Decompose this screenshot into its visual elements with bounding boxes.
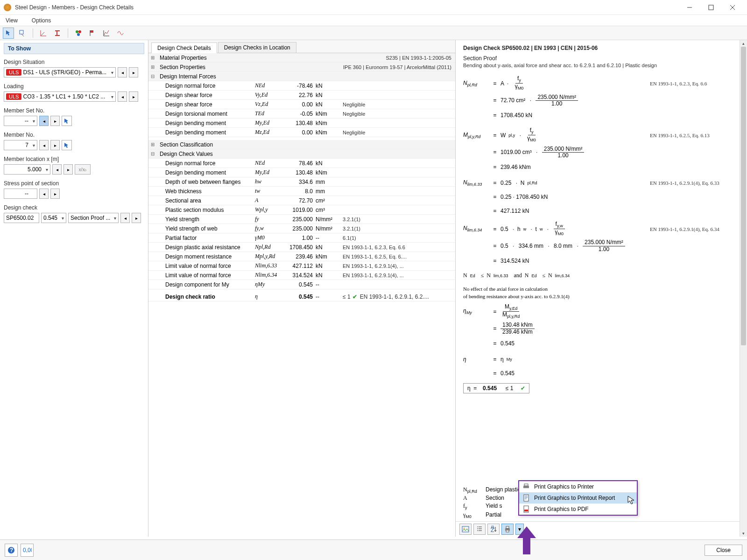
tab-details[interactable]: Design Check Details xyxy=(151,42,217,53)
print-to-report-item[interactable]: Print Graphics to Printout Report xyxy=(519,492,637,504)
uls-badge: ULS xyxy=(6,69,21,76)
close-button[interactable]: Close xyxy=(705,545,742,556)
svg-rect-16 xyxy=(506,530,509,532)
image-view-button[interactable] xyxy=(459,524,472,535)
table-row: Design component for MyηMy0.545-- xyxy=(148,280,455,289)
table-row: Design moment resistanceMpl,y,Rd239.46kN… xyxy=(148,252,455,261)
loading-combo[interactable]: ULS CO3 - 1.35 * LC1 + 1.50 * LC2 ...▾ xyxy=(4,91,116,102)
sidebar-title: To Show xyxy=(4,43,144,54)
svg-point-6 xyxy=(78,30,81,33)
table-row: Partial factorγM01.00--6.1(1) xyxy=(148,233,455,243)
next-loading-button[interactable]: ▸ xyxy=(129,91,138,102)
next-situation-button[interactable]: ▸ xyxy=(129,67,138,77)
scroll-up-icon[interactable]: ▴ xyxy=(740,40,747,47)
collapse-icon[interactable]: ⊟ xyxy=(148,74,157,79)
loading-label: Loading xyxy=(4,83,144,90)
next-stress-button[interactable]: ▸ xyxy=(50,189,60,199)
scroll-thumb[interactable] xyxy=(741,47,746,345)
scroll-down-icon[interactable]: ▾ xyxy=(740,530,747,537)
scrollbar[interactable]: ▴ ▾ xyxy=(740,40,747,537)
location-label: Member location x [m] xyxy=(4,156,144,162)
minimize-button[interactable] xyxy=(679,0,700,15)
table-row: Design bending momentMy,Ed130.48kNm xyxy=(148,119,455,128)
tool-section-icon[interactable] xyxy=(52,28,63,39)
prev-memberno-button[interactable]: ◂ xyxy=(39,140,49,150)
next-check-button[interactable]: ▸ xyxy=(132,213,141,223)
collapse-icon[interactable]: ⊟ xyxy=(148,151,157,156)
expand-icon[interactable]: ⊞ xyxy=(148,64,157,70)
tool-zoom-icon[interactable] xyxy=(17,28,28,39)
list-view-button[interactable] xyxy=(473,524,486,535)
bottom-bar: ? 0,00 Close xyxy=(0,539,747,560)
center-panel: Design Check Details Design Checks in Lo… xyxy=(148,40,456,537)
memberno-input[interactable]: 7▾ xyxy=(4,140,37,150)
pick-memberno-button[interactable] xyxy=(62,140,72,150)
menu-bar: View Options xyxy=(0,15,747,26)
maximize-button[interactable] xyxy=(700,0,722,15)
tool-wave-icon[interactable] xyxy=(115,28,126,39)
memberset-input[interactable]: --▾ xyxy=(4,116,37,126)
svg-point-5 xyxy=(76,30,78,33)
table-row: Depth of web between flangeshw334.6mm xyxy=(148,177,455,187)
table-row: Design bending momentMz,Ed0.00kNmNegligi… xyxy=(148,128,455,137)
sort-button[interactable]: AZ xyxy=(487,524,500,535)
svg-rect-19 xyxy=(524,495,529,501)
print-to-printer-item[interactable]: Print Graphics to Printer xyxy=(519,481,637,492)
svg-text:0,00: 0,00 xyxy=(23,547,32,553)
app-icon xyxy=(4,4,11,11)
stress-input[interactable]: -- xyxy=(4,189,37,199)
window-title: Steel Design - Members - Design Check De… xyxy=(15,4,679,11)
svg-text:?: ? xyxy=(10,547,13,553)
check-ok-icon: ✔ xyxy=(521,385,525,392)
location-input[interactable]: 5.000▾ xyxy=(4,164,50,175)
proof-label: Section Proof xyxy=(456,53,747,63)
check-desc-combo[interactable]: Section Proof ...▾ xyxy=(68,213,119,223)
prev-memberset-button[interactable]: ◂ xyxy=(39,116,49,126)
close-window-button[interactable] xyxy=(722,0,743,15)
next-memberno-button[interactable]: ▸ xyxy=(50,140,60,150)
tab-in-location[interactable]: Design Checks in Location xyxy=(218,42,296,53)
prev-location-button[interactable]: ◂ xyxy=(52,164,62,175)
print-to-pdf-item[interactable]: Print Graphics to PDF xyxy=(519,504,637,515)
check-code-combo[interactable]: SP6500.02 xyxy=(4,213,39,223)
prev-loading-button[interactable]: ◂ xyxy=(118,91,127,102)
tool-flag-icon[interactable] xyxy=(87,28,98,39)
units-button[interactable]: 0,00 xyxy=(21,544,34,557)
svg-rect-8 xyxy=(90,30,93,33)
tool-colors-icon[interactable] xyxy=(73,28,84,39)
print-button[interactable] xyxy=(501,524,514,535)
design-situation-label: Design Situation xyxy=(4,59,144,65)
details-grid: ⊞Material PropertiesS235 | EN 1993-1-1:2… xyxy=(148,53,455,537)
svg-rect-4 xyxy=(20,30,23,34)
right-toolbar: AZ ▾ xyxy=(456,521,740,537)
prev-stress-button[interactable]: ◂ xyxy=(39,189,49,199)
table-row: Sectional areaA72.70cm² xyxy=(148,196,455,205)
svg-text:Z: Z xyxy=(491,527,494,533)
table-row: Design torsional momentTEd-0.05kNmNeglig… xyxy=(148,109,455,119)
expand-icon[interactable]: ⊞ xyxy=(148,55,157,60)
check-ratio-combo[interactable]: 0.545▾ xyxy=(41,213,66,223)
menu-view[interactable]: View xyxy=(3,16,21,25)
svg-rect-18 xyxy=(524,484,528,486)
main-area: To Show Design Situation ULS DS1 - ULS (… xyxy=(0,40,747,537)
right-panel: ▴ ▾ Design Check SP6500.02 | EN 1993 | C… xyxy=(456,40,747,537)
menu-options[interactable]: Options xyxy=(29,16,54,25)
check-label: Design check xyxy=(4,204,144,211)
table-row: Design plastic axial resistanceNpl,Rd170… xyxy=(148,243,455,252)
prev-check-button[interactable]: ◂ xyxy=(120,213,130,223)
expand-icon[interactable]: ⊞ xyxy=(148,142,157,147)
location-rel-button[interactable]: x/x₀ xyxy=(75,164,91,175)
prev-situation-button[interactable]: ◂ xyxy=(118,67,127,77)
table-row: Limit value of normal forceNlim,6.33427.… xyxy=(148,261,455,271)
cursor-icon xyxy=(627,496,635,506)
next-location-button[interactable]: ▸ xyxy=(63,164,73,175)
svg-rect-10 xyxy=(462,526,469,532)
pick-memberset-button[interactable] xyxy=(62,116,72,126)
next-memberset-button[interactable]: ▸ xyxy=(50,116,60,126)
tool-select-icon[interactable] xyxy=(3,28,14,39)
tab-bar: Design Check Details Design Checks in Lo… xyxy=(148,40,455,53)
design-situation-combo[interactable]: ULS DS1 - ULS (STR/GEO) - Perma...▾ xyxy=(4,67,116,77)
tool-axes-icon[interactable] xyxy=(38,28,49,39)
tool-chart-icon[interactable] xyxy=(101,28,112,39)
help-button[interactable]: ? xyxy=(5,544,18,557)
